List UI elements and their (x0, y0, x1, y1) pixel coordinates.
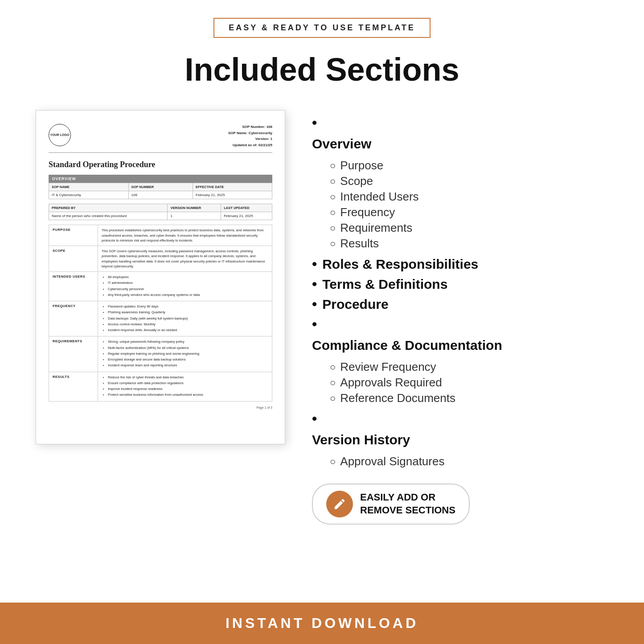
section-item-terms: Terms & Definitions (312, 276, 608, 292)
purpose-label: PURPOSE (49, 225, 98, 246)
intended-users-label: INTENDED USERS (49, 272, 98, 301)
req-item-2: Multi-factor authentication (MFA) for al… (108, 345, 268, 350)
purpose-row: PURPOSE This procedure establishes cyber… (49, 225, 272, 246)
top-badge-container: EASY & READY TO USE TEMPLATE (0, 0, 644, 47)
pencil-svg (333, 497, 346, 511)
section-item-roles: Roles & Responsibilities (312, 256, 608, 272)
sub-item-results: Results (312, 237, 419, 250)
frequency-item-1: Password updates: Every 90 days (108, 304, 268, 309)
row1-date: February 21, 2025 (193, 191, 272, 199)
results-row: RESULTS Reduce the risk of cyber threats… (49, 372, 272, 401)
frequency-content: Password updates: Every 90 days Phishing… (98, 301, 272, 336)
col6-header: LAST UPDATED (221, 204, 272, 212)
section-terms-label: Terms & Definitions (322, 277, 447, 292)
version-value: 1 (271, 137, 272, 141)
col2-header: SOP NUMBER (128, 183, 193, 191)
overview-header: OVERVIEW (49, 175, 272, 183)
sub-item-intended-users: Intended Users (312, 190, 419, 204)
footer-text: INSTANT DOWNLOAD (0, 615, 644, 632)
requirements-row: REQUIREMENTS Strong, unique passwords fo… (49, 336, 272, 372)
row1-number: 108 (128, 191, 193, 199)
cta-line2: REMOVE SECTIONS (360, 504, 455, 517)
sop-number-value: 108 (267, 125, 272, 129)
col3-header: EFFECTIVE DATE (193, 183, 272, 191)
section-version-label: Version History (312, 432, 410, 447)
top-badge: EASY & READY TO USE TEMPLATE (213, 18, 431, 38)
overview-table-row1: SOP NAME SOP NUMBER EFFECTIVE DATE IT & … (49, 183, 272, 199)
frequency-label: FREQUENCY (49, 301, 98, 336)
doc-header: YOUR LOGO SOP Number: 108 SOP Name: Cybe… (49, 124, 272, 153)
overview-table-row2: PREPARED BY VERSION NUMBER LAST UPDATED … (49, 204, 272, 220)
section-item-compliance: Compliance & Documentation Review Freque… (312, 316, 608, 407)
bottom-banner: INSTANT DOWNLOAD (0, 603, 644, 644)
sub-item-reference-documents: Reference Documents (312, 391, 455, 405)
purpose-text: This procedure establishes cybersecurity… (98, 225, 272, 246)
intended-user-item-1: All employees (108, 275, 268, 279)
intended-user-item-3: Cybersecurity personnel (108, 287, 268, 291)
updated-label: Updated as of: (233, 143, 258, 147)
frequency-item-2: Phishing awareness training: Quarterly (108, 310, 268, 315)
results-label: RESULTS (49, 372, 98, 401)
cta-text: EASILY ADD OR REMOVE SECTIONS (360, 491, 455, 517)
detail-table: PURPOSE This procedure establishes cyber… (49, 225, 272, 401)
row2-version: 1 (168, 212, 221, 220)
col1-header: SOP NAME (49, 183, 129, 191)
sub-item-approvals-required: Approvals Required (312, 376, 455, 390)
cta-button[interactable]: EASILY ADD OR REMOVE SECTIONS (312, 484, 470, 525)
sop-name-label: SOP Name: (228, 131, 247, 135)
version-label: Version: (255, 137, 270, 141)
req-item-5: Incident response team and reporting str… (108, 363, 268, 368)
row2-prepared: Name of the person who created this proc… (49, 212, 168, 220)
section-item-overview: Overview Purpose Scope Intended Users Fr… (312, 115, 608, 252)
pencil-icon (326, 491, 353, 517)
sections-list: Overview Purpose Scope Intended Users Fr… (312, 110, 608, 525)
intended-users-content: All employees IT administrators Cybersec… (98, 272, 272, 301)
req-item-1: Strong, unique passwords following compa… (108, 339, 268, 344)
result-item-3: Improve incident response readiness (108, 386, 268, 391)
document-preview: YOUR LOGO SOP Number: 108 SOP Name: Cybe… (36, 110, 285, 444)
requirements-label: REQUIREMENTS (49, 336, 98, 372)
main-heading: Included Sections (0, 47, 644, 101)
section-item-version-history: Version History Approval Signatures (312, 410, 608, 470)
frequency-row: FREQUENCY Password updates: Every 90 day… (49, 301, 272, 336)
result-item-2: Ensure compliance with data protection r… (108, 381, 268, 386)
frequency-item-4: Access control reviews: Monthly (108, 322, 268, 327)
cta-line1: EASILY ADD OR (360, 491, 455, 504)
sop-name-value: Cybersecurity (249, 131, 272, 135)
intended-user-item-4: Any third-party vendors who access compa… (108, 292, 268, 297)
intended-user-item-2: IT administrators (108, 280, 268, 285)
page-number: Page 1 of 3 (49, 406, 272, 409)
frequency-item-5: Incident response drills: Annually or as… (108, 328, 268, 332)
frequency-item-3: Data backups: Daily (with weekly full sy… (108, 316, 268, 321)
main-content: YOUR LOGO SOP Number: 108 SOP Name: Cybe… (0, 101, 644, 603)
section-overview-label: Overview (312, 136, 371, 152)
scope-row: SCOPE This SOP covers cybersecurity meas… (49, 246, 272, 272)
row2-updated: February 21, 2025 (221, 212, 272, 220)
sub-item-requirements: Requirements (312, 221, 419, 235)
results-content: Reduce the risk of cyber threats and dat… (98, 372, 272, 401)
logo: YOUR LOGO (49, 124, 71, 146)
cta-container: EASILY ADD OR REMOVE SECTIONS (312, 484, 608, 525)
row1-name: IT & Cybersecurity (49, 191, 129, 199)
scope-label: SCOPE (49, 246, 98, 272)
sub-item-frequency: Frequency (312, 205, 419, 219)
section-procedure-label: Procedure (322, 297, 388, 312)
result-item-4: Protect sensitive business information f… (108, 392, 268, 397)
section-item-procedure: Procedure (312, 296, 608, 312)
sub-item-scope: Scope (312, 174, 419, 188)
section-compliance-label: Compliance & Documentation (312, 338, 502, 353)
doc-title: Standard Operating Procedure (49, 160, 272, 169)
col5-header: VERSION NUMBER (168, 204, 221, 212)
updated-value: 02/21/25 (258, 143, 272, 147)
sub-item-approval-signatures: Approval Signatures (312, 455, 444, 468)
req-item-4: Encrypted storage and secure data backup… (108, 357, 268, 362)
requirements-content: Strong, unique passwords following compa… (98, 336, 272, 372)
col4-header: PREPARED BY (49, 204, 168, 212)
section-roles-label: Roles & Responsibilities (322, 257, 478, 272)
sub-item-purpose: Purpose (312, 159, 419, 172)
sop-number-label: SOP Number: (242, 125, 266, 129)
req-item-3: Regular employee training on phishing an… (108, 351, 268, 356)
doc-meta: SOP Number: 108 SOP Name: Cybersecurity … (228, 124, 272, 148)
sub-item-review-frequency: Review Frequency (312, 360, 455, 374)
result-item-1: Reduce the risk of cyber threats and dat… (108, 375, 268, 380)
